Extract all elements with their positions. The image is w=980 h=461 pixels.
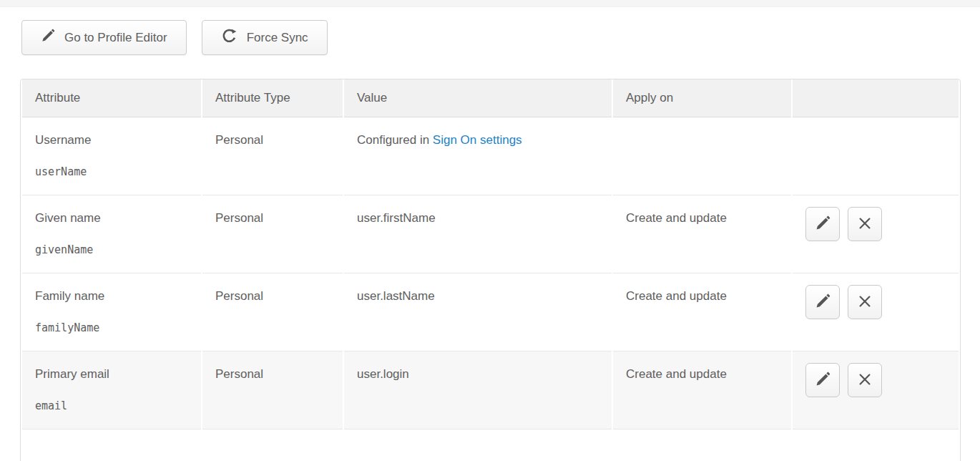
- toolbar: Go to Profile Editor Force Sync: [21, 20, 328, 55]
- header-attribute: Attribute: [22, 79, 201, 117]
- apply-on-cell: Create and update: [613, 351, 791, 430]
- attribute-mapping-table: Attribute Attribute Type Value Apply on …: [20, 79, 961, 461]
- row-actions: [805, 285, 950, 319]
- apply-on-cell: [613, 117, 791, 195]
- edit-attribute-button[interactable]: [805, 285, 840, 319]
- attribute-code: userName: [35, 165, 192, 178]
- delete-attribute-button[interactable]: [848, 363, 882, 397]
- attribute-label: Given name: [35, 211, 101, 225]
- header-apply-on: Apply on: [613, 79, 791, 117]
- value-cell: user.firstName: [344, 195, 612, 273]
- attribute-type-cell: Personal: [202, 195, 343, 273]
- page-top-strip: [0, 0, 980, 7]
- attribute-code: givenName: [35, 243, 192, 256]
- delete-attribute-button[interactable]: [848, 207, 882, 241]
- attribute-type-cell: Personal: [202, 117, 343, 195]
- table-row: Given name givenName Personal user.first…: [22, 195, 959, 273]
- attribute-code: familyName: [35, 321, 192, 334]
- value-text: Configured in: [357, 133, 433, 147]
- header-attribute-type: Attribute Type: [202, 79, 343, 117]
- sign-on-settings-link[interactable]: Sign On settings: [433, 133, 522, 147]
- table-header-row: Attribute Attribute Type Value Apply on: [22, 79, 959, 117]
- value-cell: user.lastName: [344, 273, 612, 351]
- edit-attribute-button[interactable]: [805, 207, 840, 241]
- attribute-code: email: [35, 399, 192, 412]
- table-row: Primary email email Personal user.login …: [22, 351, 959, 430]
- value-cell: user.login: [344, 351, 612, 430]
- x-icon: [857, 293, 873, 311]
- pencil-icon: [815, 293, 830, 311]
- table-row: [22, 430, 959, 461]
- apply-on-cell: Create and update: [613, 273, 791, 351]
- row-actions: [805, 207, 950, 241]
- pencil-icon: [815, 372, 830, 389]
- row-actions: [805, 363, 950, 397]
- header-actions: [793, 79, 959, 117]
- header-value: Value: [344, 79, 612, 117]
- x-icon: [857, 372, 873, 389]
- attribute-type-cell: Personal: [202, 273, 343, 351]
- go-to-profile-editor-button[interactable]: Go to Profile Editor: [21, 20, 187, 55]
- force-sync-button[interactable]: Force Sync: [202, 20, 328, 55]
- table-row: Username userName Personal Configured in…: [22, 117, 959, 195]
- x-icon: [857, 215, 873, 233]
- edit-attribute-button[interactable]: [805, 363, 840, 397]
- attribute-label: Username: [35, 133, 91, 147]
- pencil-icon: [815, 215, 830, 233]
- attribute-type-cell: Personal: [202, 351, 343, 430]
- refresh-icon: [221, 28, 237, 48]
- pencil-icon: [41, 29, 55, 47]
- force-sync-label: Force Sync: [247, 31, 308, 45]
- delete-attribute-button[interactable]: [848, 285, 882, 319]
- apply-on-cell: Create and update: [613, 195, 791, 273]
- attribute-label: Primary email: [35, 367, 109, 381]
- go-to-profile-editor-label: Go to Profile Editor: [64, 31, 167, 45]
- table-row: Family name familyName Personal user.las…: [22, 273, 959, 351]
- attribute-label: Family name: [35, 289, 104, 303]
